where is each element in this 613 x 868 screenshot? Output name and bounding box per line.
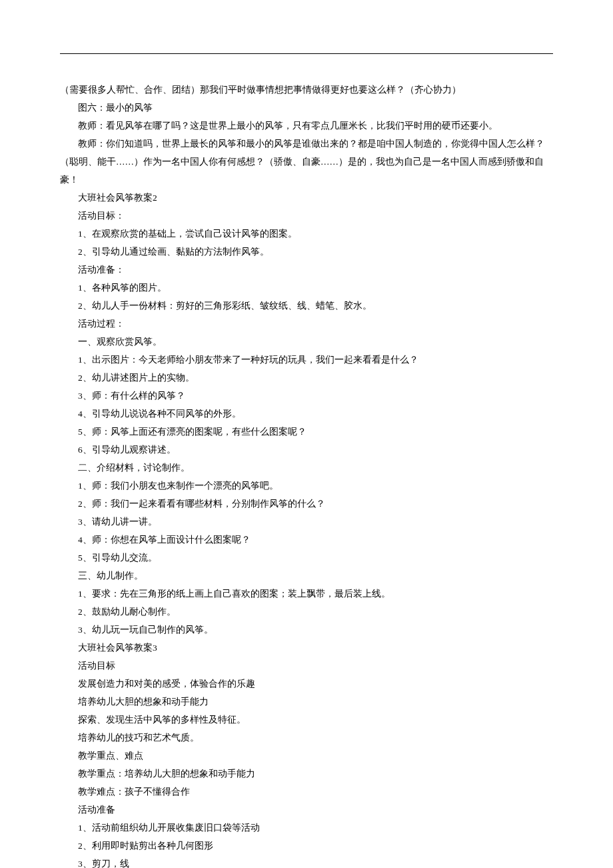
text-line: 活动目标： — [60, 207, 553, 225]
text-line: 一、观察欣赏风筝。 — [60, 333, 553, 351]
document-page: （需要很多人帮忙、合作、团结）那我们平时做事情想把事情做得更好也要这么样？（齐心… — [0, 0, 613, 868]
text-line: 活动过程： — [60, 315, 553, 333]
text-line: 6、引导幼儿观察讲述。 — [60, 441, 553, 459]
text-line: 教学重点：培养幼儿大胆的想象和动手能力 — [60, 765, 553, 783]
text-line: 5、引导幼儿交流。 — [60, 549, 553, 567]
text-line: 5、师：风筝上面还有漂亮的图案呢，有些什么图案呢？ — [60, 423, 553, 441]
text-line: （需要很多人帮忙、合作、团结）那我们平时做事情想把事情做得更好也要这么样？（齐心… — [60, 81, 553, 99]
text-line: 1、师：我们小朋友也来制作一个漂亮的风筝吧。 — [60, 477, 553, 495]
text-line: 4、引导幼儿说说各种不同风筝的外形。 — [60, 405, 553, 423]
text-line: 3、幼儿玩一玩自己制作的风筝。 — [60, 621, 553, 639]
text-line: 发展创造力和对美的感受，体验合作的乐趣 — [60, 675, 553, 693]
text-line: 培养幼儿大胆的想象和动手能力 — [60, 693, 553, 711]
text-line: 3、剪刀，线 — [60, 855, 553, 868]
text-line: 2、幼儿人手一份材料：剪好的三角形彩纸、皱纹纸、线、蜡笔、胶水。 — [60, 297, 553, 315]
text-line: 探索、发现生活中风筝的多样性及特征。 — [60, 711, 553, 729]
text-line: 3、请幼儿讲一讲。 — [60, 513, 553, 531]
text-line: 1、要求：先在三角形的纸上画上自己喜欢的图案；装上飘带，最后装上线。 — [60, 585, 553, 603]
text-line: 图六：最小的风筝 — [60, 99, 553, 117]
text-line: 大班社会风筝教案3 — [60, 639, 553, 657]
text-line: 教师：看见风筝在哪了吗？这是世界上最小的风筝，只有零点几厘米长，比我们平时用的硬… — [60, 117, 553, 135]
text-line: （聪明、能干……）作为一名中国人你有何感想？（骄傲、自豪……）是的，我也为自己是… — [60, 153, 553, 171]
text-line: 2、师：我们一起来看看有哪些材料，分别制作风筝的什么？ — [60, 495, 553, 513]
text-line: 教学难点：孩子不懂得合作 — [60, 783, 553, 801]
text-line: 教师：你们知道吗，世界上最长的风筝和最小的风筝是谁做出来的？都是咱中国人制造的，… — [60, 135, 553, 153]
text-line: 二、介绍材料，讨论制作。 — [60, 459, 553, 477]
text-line: 培养幼儿的技巧和艺术气质。 — [60, 729, 553, 747]
text-line: 3、师：有什么样的风筝？ — [60, 387, 553, 405]
text-line: 1、活动前组织幼儿开展收集废旧口袋等活动 — [60, 819, 553, 837]
text-line: 三、幼儿制作。 — [60, 567, 553, 585]
text-line: 1、出示图片：今天老师给小朋友带来了一种好玩的玩具，我们一起来看看是什么？ — [60, 351, 553, 369]
text-line: 2、鼓励幼儿耐心制作。 — [60, 603, 553, 621]
text-line: 活动目标 — [60, 657, 553, 675]
horizontal-rule — [60, 53, 553, 54]
text-line: 1、在观察欣赏的基础上，尝试自己设计风筝的图案。 — [60, 225, 553, 243]
text-line: 大班社会风筝教案2 — [60, 189, 553, 207]
text-line: 豪！ — [60, 171, 553, 189]
text-line: 4、师：你想在风筝上面设计什么图案呢？ — [60, 531, 553, 549]
text-line: 教学重点、难点 — [60, 747, 553, 765]
document-body: （需要很多人帮忙、合作、团结）那我们平时做事情想把事情做得更好也要这么样？（齐心… — [60, 81, 553, 868]
text-line: 1、各种风筝的图片。 — [60, 279, 553, 297]
text-line: 2、利用即时贴剪出各种几何图形 — [60, 837, 553, 855]
text-line: 2、引导幼儿通过绘画、黏贴的方法制作风筝。 — [60, 243, 553, 261]
text-line: 活动准备： — [60, 261, 553, 279]
text-line: 2、幼儿讲述图片上的实物。 — [60, 369, 553, 387]
text-line: 活动准备 — [60, 801, 553, 819]
